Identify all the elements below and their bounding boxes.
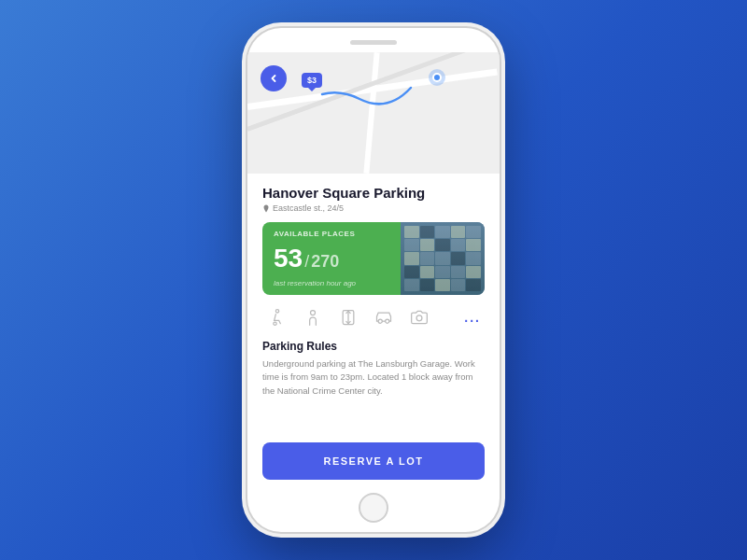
window bbox=[404, 226, 419, 238]
window bbox=[451, 279, 466, 291]
svg-point-1 bbox=[274, 322, 276, 325]
wheelchair-icon bbox=[266, 306, 289, 329]
availability-label: AVAILABLE PLACES bbox=[274, 230, 389, 238]
window bbox=[466, 279, 481, 291]
window bbox=[451, 266, 466, 278]
window bbox=[466, 266, 481, 278]
window bbox=[404, 279, 419, 291]
wheelchair-svg bbox=[268, 308, 287, 327]
person-svg bbox=[303, 308, 322, 327]
home-button[interactable] bbox=[359, 493, 388, 523]
building-facade bbox=[401, 222, 485, 295]
availability-time: last reservation hour ago bbox=[274, 279, 389, 287]
window bbox=[435, 226, 450, 238]
window bbox=[435, 266, 450, 278]
window bbox=[404, 239, 419, 251]
availability-card: AVAILABLE PLACES 53 / 270 last reservati… bbox=[262, 222, 485, 295]
window bbox=[420, 266, 435, 278]
car-icon bbox=[373, 306, 395, 329]
available-current: 53 bbox=[274, 245, 303, 272]
map-price-tag: $3 bbox=[302, 73, 322, 88]
window bbox=[466, 226, 481, 238]
rules-title: Parking Rules bbox=[262, 340, 485, 353]
svg-point-8 bbox=[416, 315, 422, 321]
window bbox=[420, 239, 435, 251]
window bbox=[420, 252, 435, 264]
phone-content: $3 Hanover Square Parking Eastc bbox=[247, 52, 500, 487]
car-svg bbox=[374, 308, 393, 327]
phone-speaker bbox=[350, 40, 397, 45]
camera-icon bbox=[408, 306, 430, 329]
amenities-row: ... bbox=[262, 306, 485, 329]
location-address: Eastcastle st., 24/5 bbox=[262, 203, 485, 213]
parking-rules-section: Parking Rules Underground parking at The… bbox=[262, 340, 485, 433]
window bbox=[451, 239, 466, 251]
reserve-button-label: RESERVE A LOT bbox=[323, 455, 423, 467]
window bbox=[435, 239, 450, 251]
map-road-2 bbox=[363, 52, 379, 174]
svg-point-6 bbox=[386, 319, 389, 323]
map-background: $3 bbox=[247, 52, 500, 174]
window bbox=[435, 279, 450, 291]
availability-separator: / bbox=[304, 252, 309, 272]
availability-info: AVAILABLE PLACES 53 / 270 last reservati… bbox=[262, 222, 401, 295]
back-button[interactable] bbox=[261, 65, 287, 91]
phone-frame: $3 Hanover Square Parking Eastc bbox=[247, 28, 500, 532]
elevator-svg bbox=[339, 308, 358, 327]
window bbox=[466, 252, 481, 264]
window bbox=[404, 266, 419, 278]
svg-point-5 bbox=[378, 319, 382, 323]
rules-description: Underground parking at The Lansburgh Gar… bbox=[262, 357, 485, 398]
svg-point-2 bbox=[311, 311, 316, 315]
map-section: $3 bbox=[247, 52, 500, 174]
availability-count: 53 / 270 bbox=[274, 245, 389, 272]
parking-image bbox=[401, 222, 485, 295]
window bbox=[420, 226, 435, 238]
svg-point-0 bbox=[275, 310, 278, 313]
camera-svg bbox=[410, 308, 429, 327]
person-icon bbox=[302, 306, 324, 329]
location-title: Hanover Square Parking bbox=[262, 185, 485, 201]
reserve-button[interactable]: RESERVE A LOT bbox=[262, 442, 485, 480]
back-arrow-icon bbox=[269, 74, 278, 83]
window bbox=[451, 252, 466, 264]
window bbox=[435, 252, 450, 264]
window bbox=[420, 279, 435, 291]
map-destination-dot bbox=[432, 73, 442, 82]
window bbox=[451, 226, 466, 238]
more-button[interactable]: ... bbox=[464, 310, 481, 325]
elevator-icon bbox=[337, 306, 359, 329]
window bbox=[404, 252, 419, 264]
pin-icon bbox=[262, 204, 270, 213]
availability-total: 270 bbox=[311, 252, 339, 272]
content-section: Hanover Square Parking Eastcastle st., 2… bbox=[247, 174, 500, 487]
window bbox=[466, 239, 481, 251]
